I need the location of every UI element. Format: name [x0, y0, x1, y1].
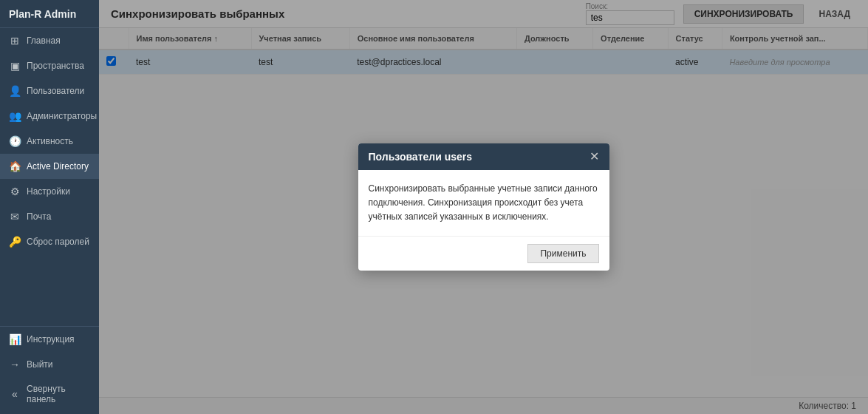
sidebar-label-collapse: Свернуть панель: [27, 384, 90, 404]
modal-body-text: Синхронизировать выбранные учетные запис…: [369, 183, 598, 222]
sidebar-item-activity[interactable]: 🕐 Активность: [0, 129, 99, 154]
key-icon: 🔑: [9, 236, 21, 248]
sidebar-label-users: Пользователи: [27, 86, 84, 96]
modal-close-button[interactable]: ✕: [590, 151, 599, 163]
spaces-icon: ▣: [9, 60, 21, 72]
sidebar: Plan-R Admin ⊞ Главная ▣ Пространства 👤 …: [0, 0, 99, 414]
sidebar-label-settings: Настройки: [27, 186, 70, 197]
logout-icon: →: [9, 359, 21, 370]
modal-overlay: Пользователи users ✕ Синхронизировать вы…: [99, 0, 868, 414]
sidebar-label-logout: Выйти: [27, 359, 53, 370]
sidebar-label-instructions: Инструкция: [27, 334, 75, 345]
sidebar-item-spaces[interactable]: ▣ Пространства: [0, 53, 99, 78]
active-directory-icon: 🏠: [9, 160, 21, 172]
collapse-icon: «: [9, 388, 21, 400]
mail-icon: ✉: [9, 211, 21, 223]
sidebar-label-active-directory: Active Directory: [27, 161, 89, 172]
sidebar-label-activity: Активность: [27, 136, 73, 146]
modal-title: Пользователи users: [369, 151, 473, 163]
sidebar-item-logout[interactable]: → Выйти: [0, 352, 99, 377]
sidebar-label-home: Главная: [27, 35, 61, 46]
sidebar-label-spaces: Пространства: [27, 61, 84, 71]
sidebar-item-instructions[interactable]: 📊 Инструкция: [0, 327, 99, 352]
sidebar-item-mail[interactable]: ✉ Почта: [0, 204, 99, 229]
modal-dialog: Пользователи users ✕ Синхронизировать вы…: [358, 143, 609, 271]
main-area: Синхронизировать выбранных Поиск: СИНХРО…: [99, 0, 868, 414]
sidebar-item-collapse[interactable]: « Свернуть панель: [0, 377, 99, 411]
sidebar-item-password-reset[interactable]: 🔑 Сброс паролей: [0, 229, 99, 254]
sidebar-label-admins: Администраторы: [27, 111, 97, 121]
modal-header: Пользователи users ✕: [358, 143, 609, 170]
instructions-icon: 📊: [9, 333, 21, 345]
admins-icon: 👥: [9, 110, 21, 122]
sidebar-item-admins[interactable]: 👥 Администраторы: [0, 104, 99, 129]
settings-icon: ⚙: [9, 186, 21, 197]
sidebar-label-password-reset: Сброс паролей: [27, 237, 89, 247]
activity-icon: 🕐: [9, 135, 21, 147]
modal-body: Синхронизировать выбранные учетные запис…: [358, 170, 609, 237]
modal-footer: Применить: [358, 236, 609, 271]
app-brand: Plan-R Admin: [0, 0, 99, 28]
home-icon: ⊞: [9, 35, 21, 47]
apply-button[interactable]: Применить: [527, 244, 598, 263]
users-icon: 👤: [9, 85, 21, 97]
sidebar-bottom: 📊 Инструкция → Выйти « Свернуть панель: [0, 326, 99, 414]
sidebar-item-active-directory[interactable]: 🏠 Active Directory: [0, 154, 99, 179]
sidebar-item-settings[interactable]: ⚙ Настройки: [0, 179, 99, 204]
sidebar-nav: ⊞ Главная ▣ Пространства 👤 Пользователи …: [0, 28, 99, 326]
sidebar-item-users[interactable]: 👤 Пользователи: [0, 78, 99, 104]
sidebar-label-mail: Почта: [27, 211, 51, 222]
sidebar-item-home[interactable]: ⊞ Главная: [0, 28, 99, 53]
